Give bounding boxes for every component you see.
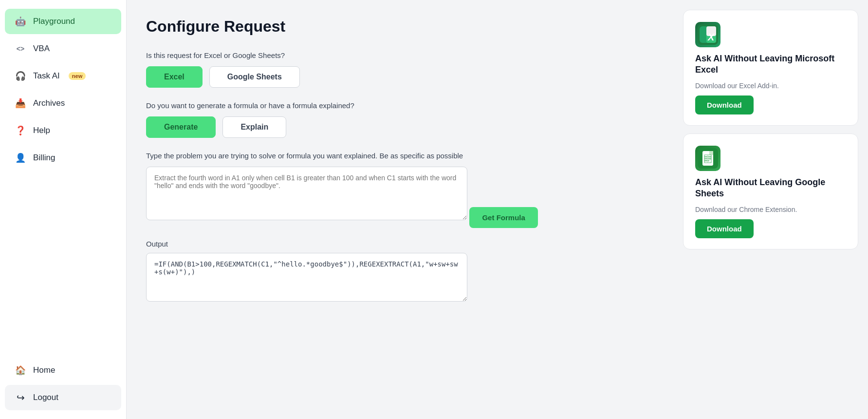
sheets-addon-card: Ask AI Without Leaving Google Sheets Dow… (683, 133, 858, 249)
sidebar-item-archives[interactable]: 📥 Archives (5, 91, 121, 116)
sidebar-item-playground[interactable]: 🤖 Playground (5, 9, 121, 34)
sheets-download-button[interactable]: Download (695, 219, 754, 238)
sidebar-item-label: Task AI (33, 71, 60, 81)
excel-button[interactable]: Excel (146, 66, 203, 88)
platform-button-group: Excel Google Sheets (146, 66, 664, 88)
sidebar-item-label: Playground (33, 17, 75, 26)
sidebar-item-billing[interactable]: 👤 Billing (5, 145, 121, 171)
sidebar: 🤖 Playground <> VBA 🎧 Task AI new 📥 Arch… (0, 0, 127, 419)
explain-button[interactable]: Explain (222, 116, 286, 138)
help-icon: ❓ (15, 125, 26, 136)
playground-icon: 🤖 (15, 16, 26, 27)
home-icon: 🏠 (15, 364, 26, 376)
sidebar-item-home[interactable]: 🏠 Home (5, 358, 121, 383)
output-label: Output (146, 240, 664, 248)
formula-label: Do you want to generate a formula or hav… (146, 101, 664, 110)
excel-addon-card: X Ask AI Without Leaving Microsoft Excel… (683, 10, 858, 126)
sidebar-item-task-ai[interactable]: 🎧 Task AI new (5, 63, 121, 89)
svg-text:X: X (707, 32, 715, 42)
sidebar-item-label: Help (33, 126, 50, 135)
vba-icon: <> (15, 43, 26, 55)
platform-label: Is this request for Excel or Google Shee… (146, 51, 664, 59)
billing-icon: 👤 (15, 152, 26, 164)
sidebar-item-label: Billing (33, 153, 55, 163)
problem-textarea[interactable] (146, 167, 467, 220)
sheets-icon (695, 146, 720, 171)
logout-icon: ↪ (15, 392, 26, 403)
right-panel: X Ask AI Without Leaving Microsoft Excel… (683, 0, 868, 419)
google-sheets-button[interactable]: Google Sheets (209, 66, 300, 88)
output-textarea[interactable]: =IF(AND(B1>100,REGEXMATCH(C1,"^hello.*go… (146, 253, 467, 302)
formula-button-group: Generate Explain (146, 116, 664, 138)
excel-addon-desc: Download our Excel Add-in. (695, 82, 846, 90)
sidebar-item-label: Logout (33, 393, 58, 402)
sidebar-item-logout[interactable]: ↪ Logout (5, 385, 121, 410)
excel-addon-title: Ask AI Without Leaving Microsoft Excel (695, 53, 846, 76)
excel-download-button[interactable]: Download (695, 95, 754, 114)
new-badge: new (69, 72, 86, 80)
sidebar-item-vba[interactable]: <> VBA (5, 36, 121, 61)
get-formula-button[interactable]: Get Formula (469, 207, 537, 228)
main-content: Configure Request Is this request for Ex… (127, 0, 683, 419)
excel-icon: X (695, 22, 720, 47)
page-title: Configure Request (146, 18, 664, 36)
task-ai-icon: 🎧 (15, 70, 26, 82)
archives-icon: 📥 (15, 97, 26, 109)
problem-label: Type the problem you are trying to solve… (146, 152, 664, 160)
sidebar-item-label: Home (33, 365, 55, 375)
svg-rect-8 (709, 151, 713, 155)
generate-button[interactable]: Generate (146, 116, 216, 138)
sheets-addon-title: Ask AI Without Leaving Google Sheets (695, 177, 846, 200)
sidebar-item-label: Archives (33, 98, 65, 108)
sidebar-item-label: VBA (33, 44, 50, 54)
sidebar-item-help[interactable]: ❓ Help (5, 118, 121, 143)
sheets-addon-desc: Download our Chrome Extension. (695, 206, 846, 213)
